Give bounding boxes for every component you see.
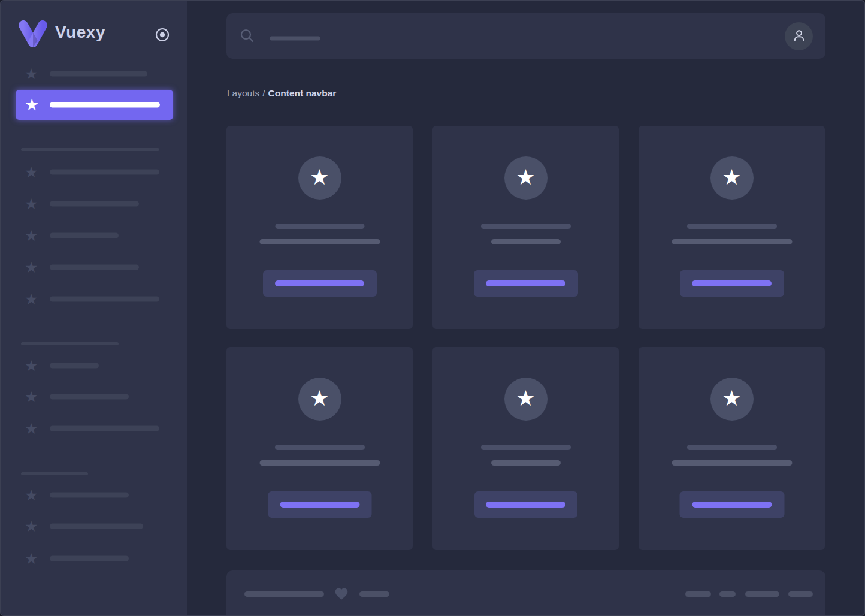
star-icon: ★	[25, 358, 38, 373]
star-icon: ★	[516, 167, 535, 188]
star-icon: ★	[25, 97, 39, 113]
card-action-button[interactable]	[268, 491, 371, 518]
search-icon	[240, 28, 255, 44]
card: ★	[639, 126, 825, 329]
person-icon	[791, 28, 807, 46]
sidebar-section-header-bar	[21, 342, 119, 345]
button-label-bar	[486, 502, 565, 508]
card-subtitle-bar	[672, 239, 792, 244]
star-icon: ★	[310, 388, 329, 409]
card-action-button[interactable]	[474, 270, 578, 297]
card-avatar: ★	[504, 378, 548, 421]
card-action-button[interactable]	[263, 270, 377, 297]
card-subtitle-bar	[259, 239, 380, 244]
star-icon: ★	[25, 551, 38, 566]
app-window: Vuexy ★★★★★★★★★★★★★	[0, 0, 865, 616]
sidebar-item-active[interactable]: ★	[16, 90, 173, 120]
main-content: Layouts/Content navbar ★★★★★★	[187, 1, 865, 615]
breadcrumb-current: Content navbar	[268, 88, 337, 98]
sidebar-item-label-bar	[50, 71, 147, 77]
search-input[interactable]	[234, 13, 569, 59]
star-icon: ★	[25, 291, 38, 307]
footer-right-bar	[788, 591, 813, 597]
sidebar-item-label-bar	[50, 363, 99, 369]
sidebar-item-label-bar	[50, 524, 143, 529]
footer-left-bar	[359, 591, 389, 597]
card-avatar: ★	[504, 156, 548, 200]
card-action-button[interactable]	[680, 270, 784, 297]
footer	[226, 570, 825, 616]
button-label-bar	[275, 280, 364, 286]
sidebar-item[interactable]: ★	[1, 358, 187, 373]
card-subtitle-bar	[491, 460, 561, 466]
star-icon: ★	[25, 228, 38, 243]
card: ★	[639, 347, 825, 550]
card-title-bar	[481, 445, 571, 450]
star-icon: ★	[25, 518, 38, 534]
star-icon: ★	[25, 421, 38, 436]
search-placeholder-bar	[270, 36, 320, 40]
button-label-bar	[486, 280, 565, 286]
star-icon: ★	[722, 388, 741, 409]
sidebar-item[interactable]: ★	[1, 487, 187, 503]
sidebar-item[interactable]: ★	[1, 291, 187, 307]
sidebar-item[interactable]: ★	[1, 518, 187, 534]
sidebar-item-label-bar	[50, 426, 159, 431]
brand-title: Vuexy	[55, 23, 105, 42]
sidebar-item[interactable]: ★	[1, 259, 187, 275]
sidebar-item-label-bar	[50, 394, 129, 400]
card-title-bar	[687, 445, 777, 450]
card: ★	[226, 126, 413, 329]
button-label-bar	[280, 502, 359, 508]
card-action-button[interactable]	[474, 491, 577, 518]
sidebar-item-label-bar	[50, 493, 129, 498]
star-icon: ★	[310, 167, 329, 188]
card-title-bar	[275, 445, 365, 450]
sidebar-item-label-bar	[50, 265, 139, 270]
sidebar-item-label-bar	[50, 102, 160, 108]
sidebar-section-header-bar	[21, 148, 159, 151]
sidebar-item[interactable]: ★	[1, 66, 187, 81]
star-icon: ★	[25, 259, 38, 275]
card-action-button[interactable]	[679, 491, 784, 518]
vuexy-logo-icon	[17, 20, 49, 48]
breadcrumb-parent-link[interactable]: Layouts	[227, 88, 259, 98]
star-icon: ★	[516, 388, 535, 409]
card: ★	[432, 347, 619, 550]
card-avatar: ★	[298, 156, 341, 200]
sidebar-item-label-bar	[50, 556, 129, 561]
footer-right-bar	[685, 591, 711, 597]
card-subtitle-bar	[491, 239, 561, 244]
heart-icon	[334, 586, 349, 602]
sidebar-item[interactable]: ★	[1, 551, 187, 566]
sidebar-item-label-bar	[50, 297, 159, 302]
card-avatar: ★	[710, 156, 754, 200]
footer-right-bar	[719, 591, 736, 597]
sidebar-item[interactable]: ★	[1, 389, 187, 404]
footer-right-bar	[745, 591, 779, 597]
card-subtitle-bar	[672, 460, 792, 466]
button-label-bar	[692, 280, 772, 286]
sidebar-item[interactable]: ★	[1, 164, 187, 180]
star-icon: ★	[25, 164, 38, 180]
sidebar-item[interactable]: ★	[1, 421, 187, 436]
star-icon: ★	[722, 167, 741, 188]
button-label-bar	[692, 502, 772, 508]
user-avatar-button[interactable]	[785, 22, 813, 50]
sidebar-item[interactable]: ★	[1, 196, 187, 212]
menu-pin-toggle-icon[interactable]	[155, 27, 170, 43]
card-title-bar	[481, 224, 571, 229]
card: ★	[226, 347, 413, 550]
card-subtitle-bar	[259, 460, 380, 466]
sidebar: Vuexy ★★★★★★★★★★★★★	[1, 1, 187, 615]
star-icon: ★	[25, 196, 38, 212]
footer-left-bar	[244, 591, 324, 597]
card: ★	[432, 126, 619, 329]
cards-grid: ★★★★★★	[226, 126, 825, 550]
breadcrumb: Layouts/Content navbar	[227, 87, 336, 99]
star-icon: ★	[25, 487, 38, 503]
card-avatar: ★	[298, 378, 341, 421]
star-icon: ★	[25, 389, 38, 404]
sidebar-item[interactable]: ★	[1, 228, 187, 243]
card-title-bar	[275, 224, 364, 229]
